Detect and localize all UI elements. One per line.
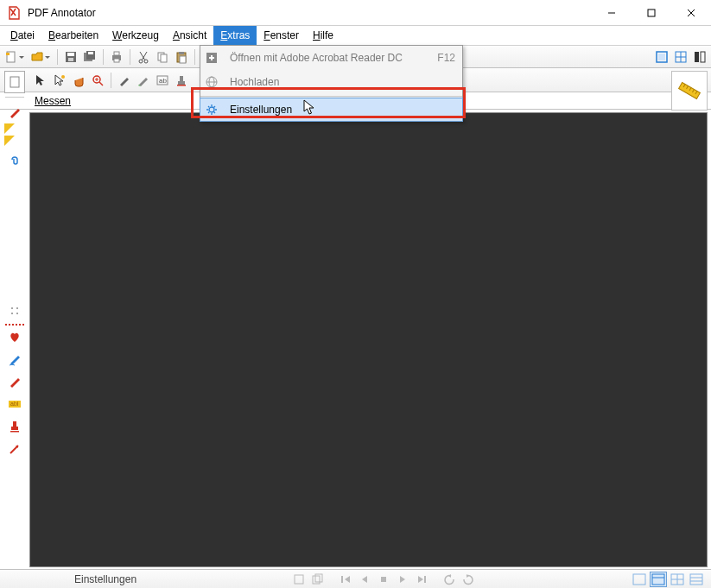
sb-prev[interactable] — [356, 572, 373, 587]
menu-bearbeiten[interactable]: Bearbeiten — [41, 26, 105, 45]
gear-icon — [202, 104, 221, 116]
status-text: Einstellungen — [74, 573, 136, 585]
menu-extras[interactable]: Extras — [213, 26, 257, 45]
dd-hochladen[interactable]: Hochladen — [200, 70, 462, 94]
sb-layout1[interactable] — [631, 572, 648, 587]
lasso-tool[interactable] — [50, 71, 69, 90]
svg-text:ab: ab — [159, 77, 167, 85]
dd-hochladen-label: Hochladen — [221, 76, 455, 88]
svg-marker-69 — [418, 576, 423, 583]
side-fold-2[interactable] — [4, 136, 25, 148]
svg-rect-42 — [177, 85, 186, 86]
svg-point-46 — [11, 313, 13, 314]
svg-point-17 — [139, 60, 143, 63]
menu-datei[interactable]: Datei — [3, 26, 41, 45]
globe-icon — [202, 76, 221, 88]
svg-line-94 — [214, 112, 215, 113]
stamp-tool[interactable] — [172, 71, 191, 90]
svg-rect-14 — [114, 59, 119, 62]
svg-line-95 — [214, 106, 215, 107]
dd-open-adobe[interactable]: Öffnen mit Adobe Acrobat Reader DC F12 — [200, 46, 462, 70]
view-1-button[interactable] — [652, 47, 671, 66]
menu-fenster[interactable]: Fenster — [257, 26, 306, 45]
side-pencil-red[interactable] — [4, 370, 25, 393]
dd-separator — [200, 96, 462, 97]
sb-doc2[interactable] — [309, 572, 327, 587]
svg-rect-11 — [88, 52, 93, 54]
menu-ansicht[interactable]: Ansicht — [166, 26, 213, 45]
dd-einstellungen-label: Einstellungen — [221, 104, 455, 116]
side-heart-icon[interactable] — [4, 326, 25, 348]
side-page-button[interactable] — [4, 71, 25, 93]
side-pen-blue[interactable] — [4, 348, 25, 370]
menu-werkzeug[interactable]: Werkzeug — [105, 26, 166, 45]
side-label-abi[interactable]: abl — [4, 393, 25, 415]
document-area[interactable] — [29, 112, 708, 567]
svg-rect-50 — [11, 427, 18, 430]
sb-back[interactable] — [441, 572, 458, 587]
menu-hilfe[interactable]: Hilfe — [306, 26, 340, 45]
sb-layout4[interactable] — [688, 572, 705, 587]
sb-last[interactable] — [413, 572, 430, 587]
cut-button[interactable] — [134, 47, 153, 66]
hand-tool[interactable] — [69, 71, 88, 90]
maximize-button[interactable] — [632, 0, 671, 26]
svg-rect-74 — [652, 574, 664, 585]
svg-line-96 — [208, 112, 209, 113]
svg-line-93 — [208, 106, 209, 107]
view-3-button[interactable] — [690, 47, 709, 66]
extras-dropdown: Öffnen mit Adobe Acrobat Reader DC F12 H… — [200, 45, 463, 122]
svg-rect-67 — [381, 577, 386, 582]
menu-bar: Datei Bearbeiten Werkzeug Ansicht Extras… — [0, 26, 711, 45]
svg-rect-1 — [648, 9, 655, 16]
svg-rect-13 — [114, 52, 119, 55]
side-arrow-red[interactable] — [4, 438, 25, 460]
copy-button[interactable] — [153, 47, 172, 66]
sb-layout2[interactable] — [650, 572, 667, 587]
zoom-tool[interactable] — [88, 71, 107, 90]
print-button[interactable] — [107, 47, 126, 66]
sb-next[interactable] — [394, 572, 411, 587]
svg-rect-64 — [341, 576, 343, 583]
svg-rect-31 — [695, 52, 699, 62]
plus-icon — [202, 52, 221, 64]
sb-first[interactable] — [337, 572, 354, 587]
svg-rect-51 — [13, 421, 16, 427]
svg-rect-32 — [701, 52, 705, 62]
marker-tool[interactable] — [134, 71, 153, 90]
svg-point-44 — [11, 307, 13, 309]
svg-rect-79 — [690, 574, 702, 585]
side-clip-icon[interactable] — [4, 148, 25, 170]
close-button[interactable] — [671, 0, 711, 26]
sb-fwd[interactable] — [460, 572, 477, 587]
svg-marker-66 — [362, 576, 367, 583]
side-grip-icon[interactable] — [4, 300, 25, 322]
text-tool[interactable]: ab — [153, 71, 172, 90]
svg-rect-41 — [180, 76, 183, 81]
paste-button[interactable] — [172, 47, 191, 66]
side-fold-1[interactable] — [4, 123, 25, 136]
svg-rect-73 — [633, 574, 645, 585]
side-pen-red[interactable] — [4, 101, 25, 123]
ruler-panel[interactable] — [671, 71, 708, 111]
open-doc-button[interactable] — [28, 47, 47, 66]
svg-rect-52 — [10, 431, 19, 433]
sb-layout3[interactable] — [669, 572, 686, 587]
save-button[interactable] — [61, 47, 80, 66]
svg-marker-5 — [6, 53, 10, 55]
save-all-button[interactable] — [80, 47, 99, 66]
svg-marker-68 — [400, 576, 405, 583]
sb-stop[interactable] — [375, 572, 392, 587]
minimize-button[interactable] — [592, 0, 632, 26]
svg-rect-23 — [180, 56, 186, 63]
pointer-tool[interactable] — [31, 71, 50, 90]
new-doc-button[interactable] — [2, 47, 21, 66]
pen-tool[interactable] — [115, 71, 134, 90]
dd-einstellungen[interactable]: Einstellungen — [200, 98, 463, 122]
current-tool-label: Messen — [35, 95, 71, 107]
svg-rect-40 — [178, 81, 185, 85]
side-stamp-red[interactable] — [4, 415, 25, 438]
view-2-button[interactable] — [671, 47, 690, 66]
sb-doc1[interactable] — [290, 572, 308, 587]
svg-rect-22 — [179, 52, 184, 54]
